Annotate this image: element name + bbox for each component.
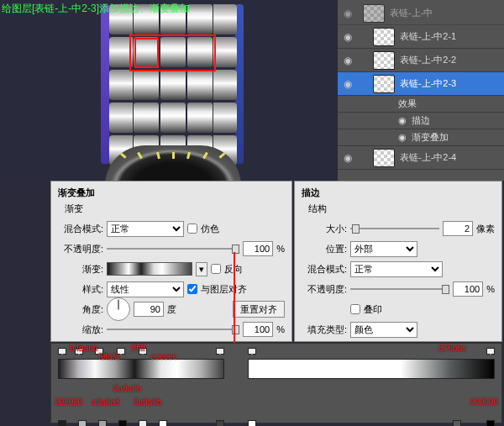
angle-input[interactable]	[134, 302, 164, 317]
layer-name: 表链-上-中2-3	[400, 77, 456, 90]
blend-label: 混合模式:	[302, 263, 347, 276]
align-label: 与图层对齐	[201, 283, 247, 296]
layer-name: 表链-上-中	[390, 7, 433, 19]
dropdown-icon[interactable]: ▾	[196, 262, 207, 276]
overprint-label: 叠印	[364, 303, 382, 316]
style-label: 样式:	[58, 283, 103, 296]
position-label: 位置:	[302, 243, 347, 255]
pct: %	[486, 284, 495, 294]
layer-thumb	[373, 75, 395, 93]
dither-label: 仿色	[201, 223, 219, 235]
stop-label: ececec	[150, 352, 177, 361]
layer-row[interactable]: ◉ 表链-上-中2-4	[338, 146, 504, 170]
group-title: 结构	[308, 202, 495, 215]
stop-label: 575b5c	[438, 344, 466, 353]
size-slider[interactable]	[350, 224, 439, 234]
stop-label: 0a0a0b	[113, 384, 141, 393]
stop-label: a3a5a3	[92, 397, 119, 407]
style-select[interactable]: 线性	[107, 281, 184, 297]
gradient-label: 渐变:	[58, 263, 103, 276]
canvas-area	[0, 0, 336, 181]
angle-label: 角度:	[58, 303, 103, 316]
visibility-icon[interactable]: ◉	[341, 152, 354, 164]
arrow-annotation	[234, 252, 235, 355]
stop-label: 000000	[470, 397, 498, 407]
layer-thumb	[373, 28, 395, 46]
gradient-preview[interactable]	[107, 262, 192, 276]
filltype-label: 填充类型:	[302, 323, 347, 336]
size-unit: 像素	[476, 223, 495, 235]
opacity-label: 不透明度:	[302, 283, 347, 296]
reset-align-button[interactable]: 重置对齐	[233, 301, 285, 318]
angle-unit: 度	[167, 303, 176, 316]
panel-title: 渐变叠加	[58, 187, 285, 199]
scale-label: 缩放:	[58, 323, 103, 336]
opacity-input[interactable]	[243, 241, 273, 256]
visibility-icon[interactable]: ◉	[341, 31, 354, 43]
dither-checkbox[interactable]	[187, 224, 197, 234]
group-title: 渐变	[65, 202, 285, 215]
stop-label: 202020	[55, 397, 82, 407]
stroke-panel: 描边 结构 大小: 像素 位置: 外部 混合模式: 正常 不透明度: % 叠印 …	[294, 181, 502, 342]
visibility-icon[interactable]: ◉	[341, 8, 354, 19]
gradient-bar-left[interactable]: b4babb f9fafa ffffff ececec 0a0a0b 20202…	[58, 359, 224, 416]
fx-header[interactable]: 效果	[338, 96, 504, 113]
layer-name: 表链-上-中2-2	[400, 54, 456, 66]
fx-gradient-overlay[interactable]: ◉ 渐变叠加	[338, 129, 504, 146]
position-select[interactable]: 外部	[350, 241, 417, 257]
layer-thumb	[363, 4, 385, 23]
blend-select[interactable]: 正常	[350, 261, 443, 277]
size-input[interactable]	[443, 221, 473, 236]
instruction-text: 给图层[表链-上-中2-3]添加描边、渐变叠加	[2, 2, 190, 16]
stop-label: f9fafa	[98, 352, 119, 361]
overprint-checkbox[interactable]	[350, 304, 360, 314]
stop-label: b4babb	[70, 344, 97, 353]
watch-artwork	[84, 4, 260, 176]
scale-slider[interactable]	[107, 324, 239, 334]
stop-label: 0a0a0b	[134, 397, 161, 407]
gradient-editor[interactable]: b4babb f9fafa ffffff ececec 0a0a0b 20202…	[50, 343, 502, 423]
gradient-bar-right[interactable]: 575b5c 000000	[248, 359, 495, 416]
scale-input[interactable]	[243, 322, 273, 337]
stop-label: ffffff	[132, 344, 145, 353]
layer-row[interactable]: ◉ 表链-上-中	[338, 2, 504, 25]
pct: %	[276, 244, 285, 254]
gradient-overlay-panel: 渐变叠加 渐变 混合模式: 正常 仿色 不透明度: % 渐变: ▾ 反向 样式:…	[50, 181, 292, 342]
panel-title: 描边	[302, 187, 495, 199]
opacity-slider[interactable]	[350, 284, 449, 294]
layer-thumb	[373, 51, 395, 70]
fx-stroke[interactable]: ◉ 描边	[338, 113, 504, 129]
opacity-label: 不透明度:	[58, 243, 103, 255]
layer-row[interactable]: ◉ 表链-上-中2-2	[338, 49, 504, 72]
layers-panel[interactable]: ◉ 表链-上-中 ◉ 表链-上-中2-1 ◉ 表链-上-中2-2 ◉ 表链-上-…	[338, 0, 504, 181]
opacity-slider[interactable]	[107, 244, 239, 254]
reverse-checkbox[interactable]	[211, 264, 221, 274]
selection-inner	[134, 38, 159, 68]
opacity-input[interactable]	[453, 281, 483, 297]
layer-thumb	[373, 149, 395, 167]
visibility-icon[interactable]: ◉	[341, 55, 354, 66]
blend-mode-select[interactable]: 正常	[107, 221, 184, 237]
blend-label: 混合模式:	[58, 223, 103, 235]
layer-row[interactable]: ◉ 表链-上-中2-1	[338, 25, 504, 49]
align-checkbox[interactable]	[187, 284, 197, 294]
pct: %	[276, 324, 285, 334]
visibility-icon[interactable]: ◉	[341, 78, 354, 90]
layer-row-selected[interactable]: ◉ 表链-上-中2-3	[338, 72, 504, 96]
size-label: 大小:	[302, 223, 347, 235]
filltype-select[interactable]: 颜色	[350, 322, 417, 338]
layer-name: 表链-上-中2-1	[400, 30, 456, 43]
layer-name: 表链-上-中2-4	[400, 151, 456, 164]
angle-dial[interactable]	[107, 297, 130, 321]
